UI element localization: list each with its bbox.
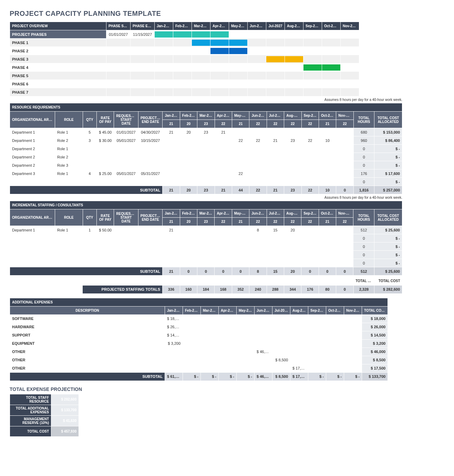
month-cell [180,259,197,267]
month-header: Sep-2027 [301,112,319,120]
month-cell [284,251,301,259]
proj-staff-val: 288 [267,285,284,293]
cell [83,145,96,153]
month-cell [301,128,319,136]
col-rate: RATE OF PAY [96,112,114,128]
expense-month-cell [272,331,290,339]
month-cell [232,153,249,161]
gantt-cell [341,30,359,39]
cell [138,153,163,161]
month-header: Mar-2027 [201,306,219,314]
subtotal-val: 10 [319,186,336,194]
days-header: 21 [319,218,336,226]
total-hours-cell: 176 [353,169,374,178]
expense-month-cell [219,348,237,356]
month-cell [232,128,249,136]
month-cell [267,145,284,153]
month-cell [319,145,336,153]
month-cell [301,226,319,234]
subtotal-val: $ - [344,372,362,381]
total-value: $ 457,930 [51,426,79,436]
gantt-cell [303,47,322,55]
subtotal-label: SUBTOTAL [10,267,163,276]
month-cell: 22 [301,136,319,145]
expense-desc: SOFTWARE [10,314,165,323]
subtotal-hours: 512 [353,267,374,276]
month-header: Feb-2027 [183,306,201,314]
expense-month-cell [308,331,326,339]
total-label: MANAGEMENT RESERVE (10%) [10,415,51,426]
days-header: 23 [197,218,215,226]
subtotal-val: 0 [180,267,197,276]
total-cost-cell: $ - [374,145,402,153]
gantt-cell [322,39,341,47]
total-cost-cell: $ - [374,178,402,186]
cell [83,259,96,267]
proj-staff-val: 160 [180,285,197,293]
month-header: May-2027 [237,306,255,314]
cell [96,178,114,186]
month-cell [197,259,215,267]
gantt-bar-blue [192,40,210,46]
gantt-bar-yellow [285,56,303,62]
phase-row: PHASE 5 [10,72,359,80]
subtotal-val: 0 [319,267,336,276]
month-cell [319,251,336,259]
month-cell [284,153,301,161]
cell [138,145,163,153]
total-cost-label: TOTAL COST [374,277,402,285]
cell [114,259,138,267]
resource-table: RESOURCE REQUIREMENTS ORGANIZATIONAL ARE… [10,103,402,194]
month-cell [284,234,301,242]
expense-month-cell [255,356,272,364]
month-cell [249,251,267,259]
gantt-cell [210,47,229,55]
cell [83,178,96,186]
cell: 10/15/2027 [138,136,163,145]
total-cost-cell: $ - [374,259,402,267]
subtotal-val: 21 [163,186,180,194]
gantt-cell [266,63,285,72]
month-cell [336,226,353,234]
gantt-cell [322,47,341,55]
cell: Role 1 [55,128,83,136]
expense-month-cell [237,364,255,372]
total-value: $ 133,700 [51,405,79,415]
phase-start-header: PHASE START [106,22,131,30]
cell [138,161,163,169]
total-cost-cell: $ - [374,242,402,251]
month-cell [197,153,215,161]
month-cell [163,234,180,242]
expense-desc: OTHER [10,356,165,364]
expense-total-cell: $ 46,000 [362,348,388,356]
month-cell: 21 [163,128,180,136]
table-row: Department 2Role 10$ - [10,145,402,153]
expense-row: OTHER$ 8,500$ 8,500 [10,356,388,364]
gantt-cell [266,30,285,39]
month-header: May-2027 [232,209,249,218]
expense-month-cell [219,364,237,372]
month-cell [180,234,197,242]
subtotal-val: 23 [284,186,301,194]
expense-month-cell [344,323,362,331]
gantt-cell [248,55,266,63]
month-cell [301,145,319,153]
subtotal-val: 0 [197,267,215,276]
month-cell [163,251,180,259]
month-header: Feb-2027 [180,112,197,120]
table-row: 0$ - [10,234,402,242]
expense-month-cell [183,339,201,348]
expense-month-cell [290,348,308,356]
month-cell [249,145,267,153]
expense-month-cell [290,323,308,331]
expense-desc: SUPPORT [10,331,165,339]
gantt-cell [192,47,210,55]
subtotal-val: 21 [215,186,232,194]
month-cell [319,178,336,186]
expense-month-cell [344,331,362,339]
month-cell [180,242,197,251]
month-cell [267,234,284,242]
month-cell [215,153,232,161]
total-cost-cell: $ 86,400 [374,136,402,145]
month-cell [336,136,353,145]
